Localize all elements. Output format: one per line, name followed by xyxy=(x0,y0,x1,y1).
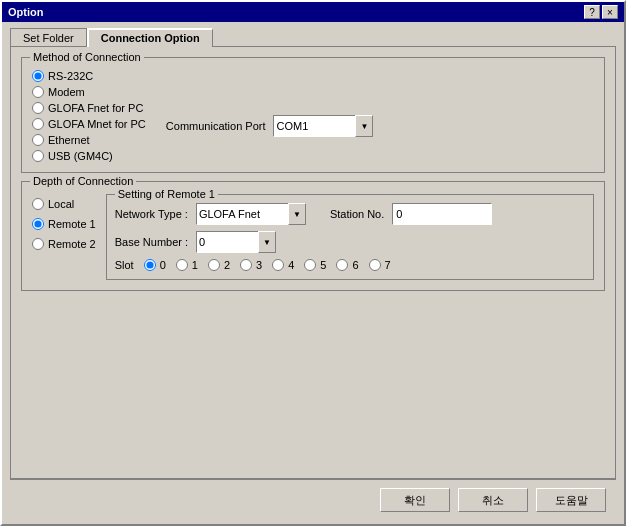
label-glofa-fnet: GLOFA Fnet for PC xyxy=(48,102,143,114)
cancel-button[interactable]: 취소 xyxy=(458,488,528,512)
tab-connection-option[interactable]: Connection Option xyxy=(87,28,213,47)
method-content: RS-232C Modem GLOFA Fnet for PC GLO xyxy=(32,70,594,162)
slot-label-5: 5 xyxy=(320,259,326,271)
station-no-label: Station No. xyxy=(330,208,384,220)
slot-row: Slot 0 1 xyxy=(115,259,585,271)
radio-slot-2[interactable] xyxy=(208,259,220,271)
method-option-glofa-mnet: GLOFA Mnet for PC xyxy=(32,118,146,130)
method-option-modem: Modem xyxy=(32,86,146,98)
depth-content: Local Remote 1 Remote 2 Setting of Remot… xyxy=(32,194,594,280)
depth-group-label: Depth of Connection xyxy=(30,175,136,187)
depth-radio-list: Local Remote 1 Remote 2 xyxy=(32,194,96,280)
network-type-select-wrapper: GLOFA Fnet GLOFA Mnet Ethernet ▼ xyxy=(196,203,306,225)
slot-4: 4 xyxy=(272,259,294,271)
method-group-label: Method of Connection xyxy=(30,51,144,63)
comm-port-label: Communication Port xyxy=(166,120,266,132)
slot-label-1: 1 xyxy=(192,259,198,271)
radio-slot-7[interactable] xyxy=(369,259,381,271)
radio-slot-0[interactable] xyxy=(144,259,156,271)
label-remote1: Remote 1 xyxy=(48,218,96,230)
radio-slot-4[interactable] xyxy=(272,259,284,271)
method-group: Method of Connection RS-232C Modem xyxy=(21,57,605,173)
base-number-label: Base Number : xyxy=(115,236,188,248)
radio-slot-6[interactable] xyxy=(336,259,348,271)
network-type-row: Network Type : GLOFA Fnet GLOFA Mnet Eth… xyxy=(115,203,585,225)
label-ethernet: Ethernet xyxy=(48,134,90,146)
tab-set-folder[interactable]: Set Folder xyxy=(10,28,87,47)
slot-label-7: 7 xyxy=(385,259,391,271)
slot-label-0: 0 xyxy=(160,259,166,271)
comm-port-select-wrapper: COM1 COM2 COM3 COM4 ▼ xyxy=(273,115,373,137)
slot-5: 5 xyxy=(304,259,326,271)
radio-slot-5[interactable] xyxy=(304,259,316,271)
station-no-input[interactable] xyxy=(392,203,492,225)
label-local: Local xyxy=(48,198,74,210)
help-btn[interactable]: 도움말 xyxy=(536,488,606,512)
slot-3: 3 xyxy=(240,259,262,271)
radio-rs232c[interactable] xyxy=(32,70,44,82)
base-number-select-wrapper: 0 1 2 3 ▼ xyxy=(196,231,276,253)
base-number-select[interactable]: 0 1 2 3 xyxy=(196,231,276,253)
depth-option-remote2: Remote 2 xyxy=(32,238,96,250)
depth-group: Depth of Connection Local Remote 1 xyxy=(21,181,605,291)
slot-7: 7 xyxy=(369,259,391,271)
method-option-usb: USB (GM4C) xyxy=(32,150,146,162)
label-remote2: Remote 2 xyxy=(48,238,96,250)
radio-slot-3[interactable] xyxy=(240,259,252,271)
radio-modem[interactable] xyxy=(32,86,44,98)
base-number-row: Base Number : 0 1 2 3 ▼ xyxy=(115,231,585,253)
slot-1: 1 xyxy=(176,259,198,271)
remote-setting-box: Setting of Remote 1 Network Type : GLOFA… xyxy=(106,194,594,280)
radio-glofa-mnet[interactable] xyxy=(32,118,44,130)
slot-0: 0 xyxy=(144,259,166,271)
slot-2: 2 xyxy=(208,259,230,271)
radio-local[interactable] xyxy=(32,198,44,210)
method-option-ethernet: Ethernet xyxy=(32,134,146,146)
bottom-buttons: 확인 취소 도움말 xyxy=(10,479,616,518)
depth-option-remote1: Remote 1 xyxy=(32,218,96,230)
radio-usb[interactable] xyxy=(32,150,44,162)
close-button[interactable]: × xyxy=(602,5,618,19)
help-button[interactable]: ? xyxy=(584,5,600,19)
slot-label-3: 3 xyxy=(256,259,262,271)
label-modem: Modem xyxy=(48,86,85,98)
network-type-select[interactable]: GLOFA Fnet GLOFA Mnet Ethernet xyxy=(196,203,306,225)
method-option-rs232c: RS-232C xyxy=(32,70,146,82)
slot-label-6: 6 xyxy=(352,259,358,271)
ok-button[interactable]: 확인 xyxy=(380,488,450,512)
slot-label: Slot xyxy=(115,259,134,271)
radio-remote1[interactable] xyxy=(32,218,44,230)
method-radio-list: RS-232C Modem GLOFA Fnet for PC GLO xyxy=(32,70,146,162)
title-bar-buttons: ? × xyxy=(584,5,618,19)
label-glofa-mnet: GLOFA Mnet for PC xyxy=(48,118,146,130)
depth-option-local: Local xyxy=(32,198,96,210)
network-type-label: Network Type : xyxy=(115,208,188,220)
comm-port-select[interactable]: COM1 COM2 COM3 COM4 xyxy=(273,115,373,137)
slot-label-2: 2 xyxy=(224,259,230,271)
slot-radios: 0 1 2 xyxy=(144,259,391,271)
tab-content: Method of Connection RS-232C Modem xyxy=(10,46,616,479)
slot-6: 6 xyxy=(336,259,358,271)
window-content: Set Folder Connection Option Method of C… xyxy=(2,22,624,524)
radio-glofa-fnet[interactable] xyxy=(32,102,44,114)
label-rs232c: RS-232C xyxy=(48,70,93,82)
title-bar: Option ? × xyxy=(2,2,624,22)
radio-remote2[interactable] xyxy=(32,238,44,250)
label-usb: USB (GM4C) xyxy=(48,150,113,162)
window-title: Option xyxy=(8,6,43,18)
method-option-glofa-fnet: GLOFA Fnet for PC xyxy=(32,102,146,114)
comm-port-section: Communication Port COM1 COM2 COM3 COM4 ▼ xyxy=(166,90,374,162)
slot-label-4: 4 xyxy=(288,259,294,271)
radio-slot-1[interactable] xyxy=(176,259,188,271)
option-window: Option ? × Set Folder Connection Option … xyxy=(0,0,626,526)
radio-ethernet[interactable] xyxy=(32,134,44,146)
remote-setting-label: Setting of Remote 1 xyxy=(115,188,218,200)
tab-bar: Set Folder Connection Option xyxy=(10,28,616,47)
